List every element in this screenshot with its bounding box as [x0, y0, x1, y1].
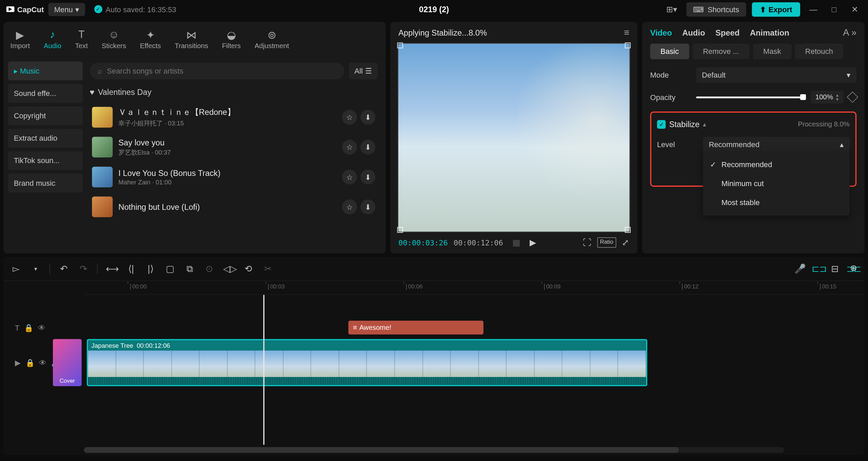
keyboard-icon: ⌨: [693, 5, 704, 13]
scrollbar-thumb[interactable]: [84, 447, 679, 453]
rp-sub-retouch[interactable]: Retouch: [795, 44, 843, 59]
close-button[interactable]: ✕: [847, 2, 862, 17]
link-icon[interactable]: ⊟: [829, 263, 841, 274]
tab-transitions[interactable]: ⋈Transitions: [168, 25, 215, 54]
download-icon[interactable]: ⬇: [360, 110, 375, 125]
filter-icon: ☰: [365, 67, 372, 75]
download-icon[interactable]: ⬇: [360, 199, 375, 214]
resize-handle[interactable]: [625, 42, 631, 48]
rotate-icon[interactable]: ⟲: [242, 263, 254, 274]
lock-icon[interactable]: 🔒: [24, 323, 33, 332]
video-clip[interactable]: Japanese Tree00:00:12:06: [87, 339, 647, 386]
level-option-most-stable[interactable]: Most stable: [703, 193, 849, 212]
ratio-button[interactable]: Ratio: [597, 237, 616, 248]
rp-sub-mask[interactable]: Mask: [753, 44, 791, 59]
tab-stickers[interactable]: ☺Stickers: [95, 25, 133, 54]
filter-all-button[interactable]: All ☰: [349, 63, 378, 79]
resize-handle[interactable]: [397, 227, 403, 233]
level-select[interactable]: Recommended▴: [703, 137, 849, 153]
rp-sub-remove[interactable]: Remove ...: [693, 44, 750, 59]
cat-tiktok-sounds[interactable]: TikTok soun...: [8, 151, 83, 170]
cover-clip[interactable]: Cover: [53, 339, 82, 386]
cat-music[interactable]: ▸ Music: [8, 61, 83, 80]
play-button[interactable]: ▶: [530, 237, 536, 248]
menu-button[interactable]: Menu▾: [48, 3, 85, 16]
rp-sub-basic[interactable]: Basic: [650, 44, 689, 59]
slider-thumb[interactable]: [801, 94, 806, 100]
trim-right-icon[interactable]: |⟩: [145, 263, 156, 274]
pointer-tool-icon[interactable]: ▻: [11, 263, 22, 274]
download-icon[interactable]: ⬇: [360, 169, 375, 184]
magnet-icon[interactable]: ⊏⊐: [812, 263, 823, 274]
playhead[interactable]: [263, 295, 264, 445]
preview-canvas[interactable]: [398, 44, 630, 232]
opacity-value[interactable]: 100%▲▼: [811, 91, 844, 103]
grid-icon[interactable]: ▦: [512, 237, 520, 248]
lock-icon[interactable]: 🔒: [25, 358, 35, 367]
shortcuts-button[interactable]: ⌨Shortcuts: [686, 2, 746, 16]
cat-extract-audio[interactable]: Extract audio: [8, 129, 83, 148]
maximize-button[interactable]: □: [827, 2, 842, 17]
rp-tab-audio[interactable]: Audio: [682, 28, 705, 37]
song-item[interactable]: Ｖａｌｅｎｔｉｎｅ【Redone】幸子小姐拜托了 · 03:15 ☆⬇: [90, 102, 377, 132]
opacity-slider[interactable]: [696, 96, 806, 98]
search-input[interactable]: ⌕Search songs or artists: [90, 63, 344, 79]
mic-icon[interactable]: 🎤: [794, 263, 806, 274]
resize-handle[interactable]: [625, 227, 631, 233]
split-icon[interactable]: ⟷: [106, 263, 117, 274]
tab-effects[interactable]: ✦Effects: [133, 25, 168, 54]
chevron-down-icon: ▾: [847, 71, 851, 79]
preview-menu-icon[interactable]: ≡: [624, 27, 630, 38]
mode-select[interactable]: Default▾: [696, 67, 856, 83]
eye-icon[interactable]: 👁: [39, 358, 46, 367]
tab-text[interactable]: TText: [68, 25, 95, 54]
ruler-tick: |00:15: [818, 283, 836, 290]
song-item[interactable]: Say love you罗艺歆Elsa · 00:37 ☆⬇: [90, 132, 377, 162]
freeze-icon[interactable]: ⊙: [203, 263, 215, 274]
timeline-ruler[interactable]: |00:00 |00:03 |00:06 |00:09 |00:12 |00:1…: [84, 281, 865, 295]
duplicate-icon[interactable]: ⧉: [184, 263, 196, 274]
timeline-scrollbar[interactable]: [84, 447, 784, 453]
song-item[interactable]: I Love You So (Bonus Track)Maher Zain · …: [90, 162, 377, 192]
cat-sound-effects[interactable]: Sound effe...: [8, 84, 83, 103]
text-clip[interactable]: ≡Awesome!: [348, 321, 483, 335]
keyframe-icon[interactable]: [847, 92, 858, 103]
rp-tab-speed[interactable]: Speed: [715, 28, 739, 37]
favorite-icon[interactable]: ☆: [342, 199, 357, 214]
tab-import[interactable]: ▶Import: [3, 25, 37, 54]
crop-icon[interactable]: ✂: [262, 263, 274, 274]
crop-preview-icon[interactable]: ⛶: [583, 237, 591, 248]
favorite-icon[interactable]: ☆: [342, 169, 357, 184]
filters-icon: ◒: [227, 29, 236, 40]
tab-audio[interactable]: ♪Audio: [37, 25, 68, 54]
fullscreen-icon[interactable]: ⤢: [622, 237, 629, 248]
tab-filters[interactable]: ◒Filters: [215, 25, 248, 54]
favorite-icon[interactable]: ☆: [342, 110, 357, 125]
redo-icon[interactable]: ↷: [78, 263, 89, 274]
undo-icon[interactable]: ↶: [58, 263, 70, 274]
favorite-icon[interactable]: ☆: [342, 140, 357, 155]
delete-icon[interactable]: ▢: [164, 263, 176, 274]
chevron-down-icon[interactable]: ▾: [30, 265, 41, 272]
download-icon[interactable]: ⬇: [360, 140, 375, 155]
rp-tab-video[interactable]: Video: [650, 28, 672, 37]
level-option-minimum-cut[interactable]: Minimum cut: [703, 174, 849, 193]
minimize-button[interactable]: —: [806, 2, 821, 17]
rp-tabs-more[interactable]: A »: [843, 27, 856, 38]
layout-icon[interactable]: ⊞▾: [663, 5, 681, 14]
resize-handle[interactable]: [397, 42, 403, 48]
level-option-recommended[interactable]: Recommended: [703, 155, 849, 174]
zoom-fit-icon[interactable]: ⊕: [850, 263, 857, 273]
rp-tab-animation[interactable]: Animation: [750, 28, 789, 37]
chevron-up-icon[interactable]: ▴: [703, 120, 706, 128]
cat-brand-music[interactable]: Brand music: [8, 174, 83, 193]
eye-icon[interactable]: 👁: [38, 323, 45, 332]
export-button[interactable]: ⬆Export: [752, 2, 800, 16]
mirror-icon[interactable]: ◁▷: [223, 263, 235, 274]
audio-categories: ▸ Music Sound effe... Copyright Extract …: [3, 57, 87, 254]
song-item[interactable]: Nothing but Love (Lofi) ☆⬇: [90, 192, 377, 222]
trim-left-icon[interactable]: ⟨|: [125, 263, 137, 274]
cat-copyright[interactable]: Copyright: [8, 106, 83, 125]
tab-adjustment[interactable]: ⊚Adjustment: [248, 25, 296, 54]
stabilize-checkbox[interactable]: ✓: [657, 120, 666, 128]
